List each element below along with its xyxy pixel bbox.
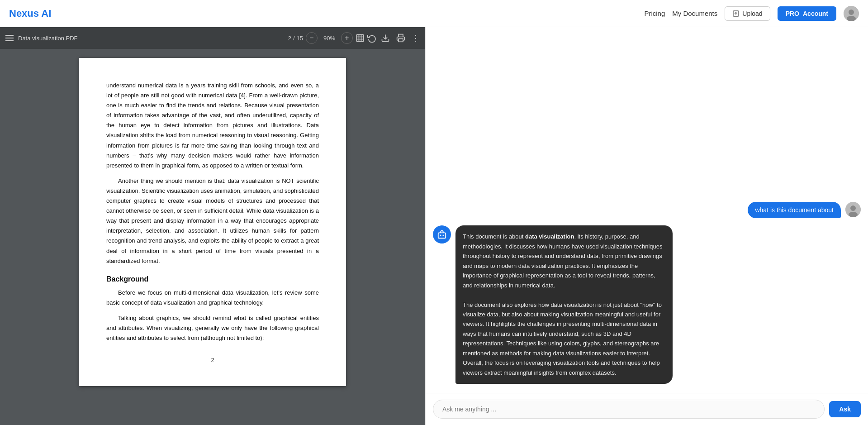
chat-spacer <box>433 36 861 195</box>
user-bubble: what is this document about <box>748 202 841 218</box>
svg-point-11 <box>440 235 441 236</box>
fit-page-icon <box>356 33 365 43</box>
user-avatar[interactable] <box>844 6 859 21</box>
svg-point-2 <box>849 10 854 15</box>
bot-message: This document is about data visualizatio… <box>433 225 861 384</box>
logo-accent: AI <box>41 8 51 19</box>
bot-response-3: The document also explores how data visu… <box>463 301 662 376</box>
bot-response-1: This document is about <box>463 233 525 240</box>
zoom-level: 90% <box>320 35 338 42</box>
history-button[interactable] <box>367 33 376 43</box>
upload-button[interactable]: Upload <box>725 6 770 21</box>
logo: Nexus AI <box>9 8 51 19</box>
menu-icon[interactable] <box>5 35 14 41</box>
page-number: 2 <box>106 357 319 363</box>
bot-icon-svg <box>437 229 447 239</box>
pdf-paragraph-2: Another thing we should mention is that:… <box>106 176 319 266</box>
download-button[interactable] <box>381 33 390 43</box>
navbar: Nexus AI Pricing My Documents Upload PRO… <box>0 0 868 27</box>
ask-button[interactable]: Ask <box>829 401 861 417</box>
pdf-section-background: Background <box>106 275 319 283</box>
pdf-page: understand numerical data is a years tra… <box>79 58 346 386</box>
total-pages: 15 <box>297 35 303 42</box>
history-icon <box>367 33 376 43</box>
my-documents-link[interactable]: My Documents <box>672 10 717 17</box>
pricing-link[interactable]: Pricing <box>644 10 665 17</box>
svg-point-9 <box>849 212 858 217</box>
pdf-paragraph-3: Before we focus on multi-dimensional dat… <box>106 288 319 308</box>
print-icon <box>396 33 405 43</box>
bot-response-2: , its history, purpose, and methodologie… <box>463 233 663 288</box>
zoom-out-button[interactable]: − <box>306 32 318 44</box>
bot-response-bold: data visualization <box>525 233 574 240</box>
pdf-paragraph-1: understand numerical data is a years tra… <box>106 81 319 171</box>
svg-point-8 <box>850 205 856 211</box>
user-message: what is this document about <box>433 202 861 218</box>
page-indicator: 2 / 15 <box>288 35 303 42</box>
print-button[interactable] <box>396 33 405 43</box>
svg-point-3 <box>847 16 856 21</box>
bot-bubble: This document is about data visualizatio… <box>455 225 673 384</box>
download-icon <box>381 33 390 43</box>
chat-input[interactable] <box>433 400 825 419</box>
pdf-content[interactable]: understand numerical data is a years tra… <box>0 49 425 425</box>
zoom-in-button[interactable]: + <box>341 32 353 44</box>
logo-text: Nexus <box>9 8 41 19</box>
more-options-button[interactable]: ⋮ <box>412 33 420 43</box>
svg-rect-10 <box>438 233 446 239</box>
pdf-paragraph-4: Talking about graphics, we should remind… <box>106 313 319 343</box>
pro-account-button[interactable]: PRO Account <box>778 6 836 21</box>
current-page: 2 <box>288 35 291 42</box>
user-avatar-chat <box>845 202 861 217</box>
user-avatar-icon <box>845 202 861 217</box>
bot-avatar <box>433 225 451 244</box>
avatar-icon <box>844 6 859 21</box>
svg-rect-4 <box>357 35 364 42</box>
svg-rect-6 <box>398 39 403 42</box>
upload-label: Upload <box>742 10 762 17</box>
svg-point-12 <box>442 235 444 236</box>
chat-panel: what is this document about <box>425 27 868 425</box>
chat-messages[interactable]: what is this document about <box>426 27 868 393</box>
navbar-right: Pricing My Documents Upload PRO Account <box>644 6 859 21</box>
chat-input-area: Ask <box>426 393 868 425</box>
pro-label: PRO <box>786 10 799 17</box>
upload-icon <box>732 10 740 17</box>
pdf-filename: Data visualization.PDF <box>18 35 78 42</box>
main-layout: Data visualization.PDF 2 / 15 − 90% + <box>0 27 868 425</box>
fit-page-button[interactable] <box>356 33 365 43</box>
pdf-toolbar: Data visualization.PDF 2 / 15 − 90% + <box>0 27 425 49</box>
pdf-viewer: Data visualization.PDF 2 / 15 − 90% + <box>0 27 425 425</box>
account-label: Account <box>803 10 828 17</box>
